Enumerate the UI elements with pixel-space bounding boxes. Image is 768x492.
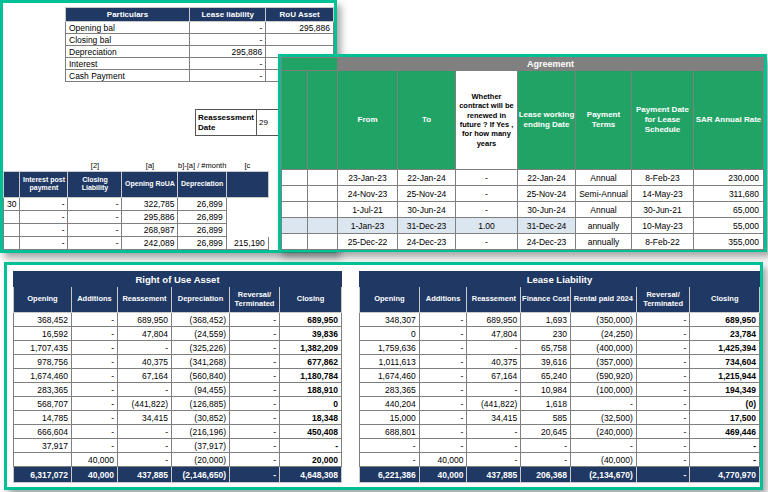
cell[interactable]: - [72, 355, 118, 369]
cell[interactable]: Interest post payment [20, 171, 68, 197]
cell[interactable]: - [636, 411, 690, 425]
cell[interactable]: 1.00 [456, 218, 518, 234]
cell[interactable]: 4,648,308 [280, 467, 342, 483]
cell[interactable]: 1,011,613 [360, 355, 420, 369]
col-reversal[interactable]: Reversal/ Terminated [636, 287, 690, 313]
cell[interactable]: - [690, 439, 760, 453]
col-opening[interactable]: Opening [14, 287, 72, 313]
cell[interactable]: - [20, 210, 68, 223]
cell[interactable]: 1,180,784 [280, 369, 342, 383]
cell[interactable]: - [230, 453, 280, 467]
col-finance-cost[interactable]: Finance Cost [521, 287, 571, 313]
cell[interactable] [308, 234, 338, 250]
cell[interactable] [4, 236, 20, 249]
cell[interactable] [4, 171, 20, 197]
cell[interactable]: - [230, 467, 280, 483]
cell[interactable]: 1,693 [521, 313, 571, 327]
cell[interactable]: - [467, 425, 521, 439]
cell[interactable]: 348,307 [360, 313, 420, 327]
cell[interactable]: - [72, 397, 118, 411]
cell[interactable]: (20,000) [172, 453, 230, 467]
cell[interactable]: Depreciation [66, 46, 190, 58]
cell[interactable]: 734,604 [690, 355, 760, 369]
cell[interactable]: 22-Jan-24 [398, 170, 456, 186]
cell[interactable]: annually [576, 234, 632, 250]
cell[interactable]: 1,674,460 [14, 369, 72, 383]
cell[interactable]: 30-Jun-24 [518, 202, 576, 218]
cell[interactable]: 30-Jun-24 [398, 202, 456, 218]
cell[interactable]: 65,000 [694, 202, 764, 218]
cell[interactable] [308, 202, 338, 218]
cell[interactable] [282, 218, 308, 234]
cell[interactable]: - [419, 327, 467, 341]
col-blank-2[interactable] [308, 71, 338, 170]
cell[interactable]: (441,822) [467, 397, 521, 411]
cell[interactable]: 440,204 [360, 397, 420, 411]
cell[interactable]: 355,000 [694, 234, 764, 250]
cell[interactable]: 6,317,072 [14, 467, 72, 483]
cell[interactable]: (100,000) [571, 383, 637, 397]
cell[interactable] [4, 223, 20, 236]
cell[interactable] [4, 161, 20, 171]
cell[interactable]: - [72, 313, 118, 327]
cell[interactable]: - [360, 453, 420, 467]
cell[interactable]: 206,368 [521, 467, 571, 483]
cell[interactable]: 689,950 [118, 313, 172, 327]
cell[interactable]: 26,899 [178, 210, 226, 223]
cell[interactable]: (2,146,650) [172, 467, 230, 483]
cell[interactable]: (0) [690, 397, 760, 411]
cell[interactable]: 268,987 [122, 223, 178, 236]
cell[interactable]: - [230, 327, 280, 341]
cell[interactable]: 23-Jan-23 [338, 170, 398, 186]
cell[interactable]: 450,408 [280, 425, 342, 439]
cell[interactable]: 24-Dec-23 [398, 234, 456, 250]
cell[interactable]: - [467, 453, 521, 467]
cell[interactable]: 0 [280, 397, 342, 411]
cell[interactable]: Annual [576, 170, 632, 186]
cell[interactable]: 242,089 [122, 236, 178, 249]
cell[interactable]: 437,885 [467, 467, 521, 483]
cell[interactable]: 20,000 [280, 453, 342, 467]
cell[interactable]: annually [576, 218, 632, 234]
cell[interactable]: [2] [68, 161, 122, 171]
cell[interactable]: - [419, 355, 467, 369]
cell[interactable]: Interest [66, 58, 190, 70]
cell[interactable]: - [68, 210, 122, 223]
cell[interactable]: - [230, 341, 280, 355]
cell[interactable]: (560,840) [172, 369, 230, 383]
cell[interactable]: 40,375 [467, 355, 521, 369]
cell[interactable]: (2,134,670) [571, 467, 637, 483]
cell[interactable]: 39,616 [521, 355, 571, 369]
cell[interactable]: 17,500 [690, 411, 760, 425]
cell[interactable]: 24-Nov-23 [338, 186, 398, 202]
cell[interactable]: - [72, 327, 118, 341]
cell[interactable] [226, 210, 268, 223]
cell[interactable] [14, 453, 72, 467]
cell[interactable]: 25-Nov-24 [518, 186, 576, 202]
reassessment-label[interactable]: Reassessment Date [196, 110, 257, 136]
cell[interactable]: 230,000 [694, 170, 764, 186]
cell[interactable] [226, 223, 268, 236]
cell[interactable]: - [118, 453, 172, 467]
cell[interactable]: 6,221,386 [360, 467, 420, 483]
cell[interactable]: (30,852) [172, 411, 230, 425]
cell[interactable]: - [230, 369, 280, 383]
cell[interactable]: 67,164 [467, 369, 521, 383]
cell[interactable]: 10-May-23 [632, 218, 694, 234]
cell[interactable]: 215,190 [226, 236, 268, 249]
cell[interactable]: - [230, 425, 280, 439]
cell[interactable]: 25-Dec-22 [338, 234, 398, 250]
cell[interactable]: - [419, 411, 467, 425]
cell[interactable]: 4,770,970 [690, 467, 760, 483]
cell[interactable]: Opening bal [66, 22, 190, 34]
col-rou-asset[interactable]: RoU Asset [266, 8, 334, 22]
cell[interactable]: 22-Jan-24 [518, 170, 576, 186]
cell[interactable]: - [230, 313, 280, 327]
col-additions[interactable]: Additions [419, 287, 467, 313]
cell[interactable]: 26,899 [178, 197, 226, 210]
cell[interactable]: 688,801 [360, 425, 420, 439]
cell[interactable]: - [230, 397, 280, 411]
cell[interactable]: 1-Jul-21 [338, 202, 398, 218]
cell[interactable]: 31-Dec-24 [518, 218, 576, 234]
cell[interactable]: 40,000 [419, 453, 467, 467]
